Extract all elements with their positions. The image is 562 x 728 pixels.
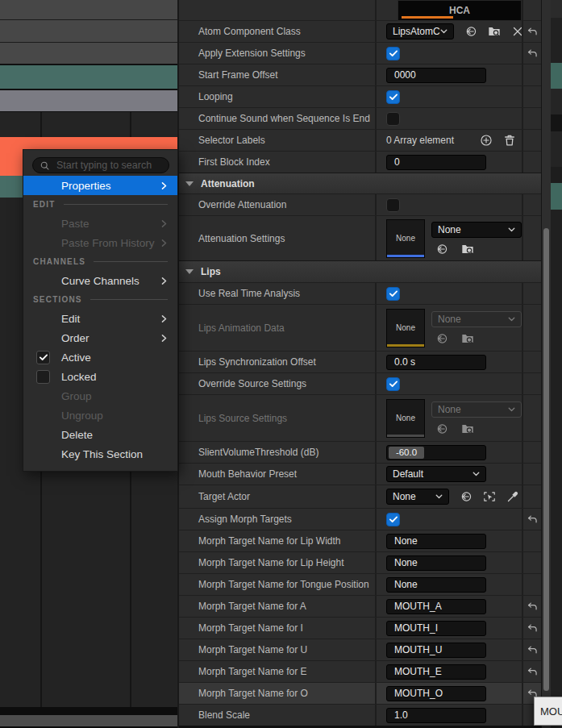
property-row: Attenuation SettingsNoneNone	[179, 215, 541, 260]
use-selected-asset-icon[interactable]	[460, 490, 472, 503]
property-label: Override Source Settings	[198, 378, 306, 389]
menu-item-label: Curve Channels	[61, 275, 139, 287]
menu-item-order[interactable]: Order	[23, 328, 177, 347]
text-input[interactable]: MOUTH_U	[386, 643, 486, 658]
trash-icon[interactable]	[503, 134, 516, 147]
asset-dropdown[interactable]: None	[431, 401, 522, 418]
property-label-cell: Morph Target Name for O	[179, 683, 377, 704]
checkbox[interactable]	[386, 513, 400, 526]
asset-thumbnail[interactable]: None	[386, 309, 425, 347]
vertical-scrollbar-thumb[interactable]	[543, 228, 549, 691]
menu-item-paste-from-history[interactable]: Paste From History	[23, 233, 177, 252]
property-label-cell: Looping	[179, 86, 377, 107]
menu-item-group[interactable]: Group	[23, 386, 177, 406]
menu-item-label: Key This Section	[61, 448, 143, 460]
text-input[interactable]: MOUTH_I	[386, 621, 486, 636]
use-selected-asset-icon[interactable]	[435, 422, 448, 435]
search-input[interactable]	[55, 159, 162, 172]
reset-to-default-button[interactable]	[527, 667, 539, 677]
menu-item-properties[interactable]: Properties	[23, 176, 177, 195]
vertical-scrollbar-track[interactable]	[541, 0, 551, 728]
menu-item-label: Order	[61, 332, 90, 344]
checkbox[interactable]	[386, 377, 400, 391]
text-input[interactable]: 0	[386, 155, 486, 170]
browse-icon[interactable]	[461, 243, 474, 256]
browse-icon[interactable]	[461, 422, 474, 435]
reset-cell	[522, 485, 541, 508]
teal-clip[interactable]	[551, 63, 562, 89]
text-input[interactable]: MOUTH_E	[386, 664, 486, 680]
reset-cell	[522, 395, 541, 441]
triangle-down-icon[interactable]	[185, 181, 194, 186]
text-input[interactable]: None	[386, 577, 486, 593]
actor-dropdown[interactable]: None	[386, 489, 449, 505]
reset-to-default-button[interactable]	[527, 623, 539, 634]
asset-thumbnail[interactable]: None	[386, 399, 425, 438]
class-combobox[interactable]: LipsAtomC	[386, 23, 454, 40]
reset-cell	[522, 596, 541, 617]
menu-checkbox[interactable]	[36, 351, 50, 364]
use-selected-asset-icon[interactable]	[464, 25, 477, 38]
asset-thumbnail[interactable]: None	[386, 219, 425, 258]
menu-item-label: Delete	[61, 429, 93, 441]
reset-to-default-button[interactable]	[527, 48, 539, 59]
use-selected-asset-icon[interactable]	[435, 332, 448, 345]
horizontal-scrollbar[interactable]	[0, 715, 177, 726]
value-action-icons	[460, 490, 519, 503]
menu-item-locked[interactable]: Locked	[23, 367, 177, 386]
reset-icon	[527, 514, 539, 525]
category-header[interactable]: Attenuation	[179, 173, 541, 193]
reset-icon	[527, 667, 539, 677]
checkbox[interactable]	[386, 287, 400, 301]
checkmark-icon	[389, 514, 398, 524]
checkbox[interactable]	[386, 112, 400, 126]
text-input[interactable]: 1.0	[386, 708, 486, 723]
menu-item-active[interactable]: Active	[23, 347, 177, 367]
tooltip: MOU	[534, 697, 562, 726]
menu-item-delete[interactable]: Delete	[23, 425, 177, 444]
text-input[interactable]: 0000	[386, 68, 486, 83]
asset-name: HCA	[449, 5, 470, 16]
text-input[interactable]: None	[386, 534, 486, 549]
asset-name-button[interactable]: HCA	[398, 0, 522, 21]
teal-clip[interactable]	[0, 65, 177, 89]
browse-icon[interactable]	[488, 25, 501, 38]
dropdown[interactable]: Default	[386, 466, 486, 482]
text-input[interactable]: None	[386, 555, 486, 571]
browse-icon[interactable]	[461, 332, 474, 345]
teal-clip[interactable]	[551, 183, 562, 210]
menu-item-key-this-section[interactable]: Key This Section	[23, 444, 177, 464]
eyedropper-icon[interactable]	[506, 490, 519, 503]
menu-checkbox[interactable]	[36, 370, 50, 384]
category-header[interactable]: Lips	[179, 260, 541, 282]
add-circle-icon[interactable]	[480, 134, 493, 147]
chevron-down-icon	[508, 407, 515, 412]
gray-clip[interactable]	[0, 90, 177, 111]
pick-object-icon[interactable]	[483, 490, 496, 503]
text-input[interactable]: MOUTH_A	[386, 599, 486, 614]
property-label-cell: Morph Target Name for I	[179, 618, 377, 639]
checkbox[interactable]	[386, 90, 400, 104]
use-selected-asset-icon[interactable]	[435, 243, 448, 256]
reset-to-default-button[interactable]	[527, 645, 539, 655]
menu-item-curve-channels[interactable]: Curve Channels	[23, 271, 177, 290]
triangle-down-icon[interactable]	[185, 269, 194, 274]
reset-to-default-button[interactable]	[527, 514, 539, 525]
numeric-spinbox[interactable]: -60.0	[386, 445, 486, 460]
text-input[interactable]: MOUTH_O	[386, 686, 486, 701]
menu-item-edit[interactable]: Edit	[23, 309, 177, 328]
property-label: Start Frame Offset	[198, 69, 277, 81]
chevron-right-icon	[159, 314, 169, 324]
text-input[interactable]: 0.0 s	[386, 355, 486, 370]
reset-cell	[522, 152, 541, 173]
property-label: Morph Target Name for E	[198, 666, 307, 677]
asset-dropdown[interactable]: None	[431, 222, 522, 238]
reset-to-default-button[interactable]	[527, 27, 539, 37]
menu-search[interactable]	[32, 157, 169, 173]
checkbox[interactable]	[386, 47, 400, 60]
reset-to-default-button[interactable]	[527, 601, 539, 612]
checkbox[interactable]	[386, 198, 400, 212]
asset-dropdown[interactable]: None	[431, 311, 522, 327]
menu-item-ungroup[interactable]: Ungroup	[23, 406, 177, 425]
menu-item-paste[interactable]: Paste	[23, 214, 177, 233]
